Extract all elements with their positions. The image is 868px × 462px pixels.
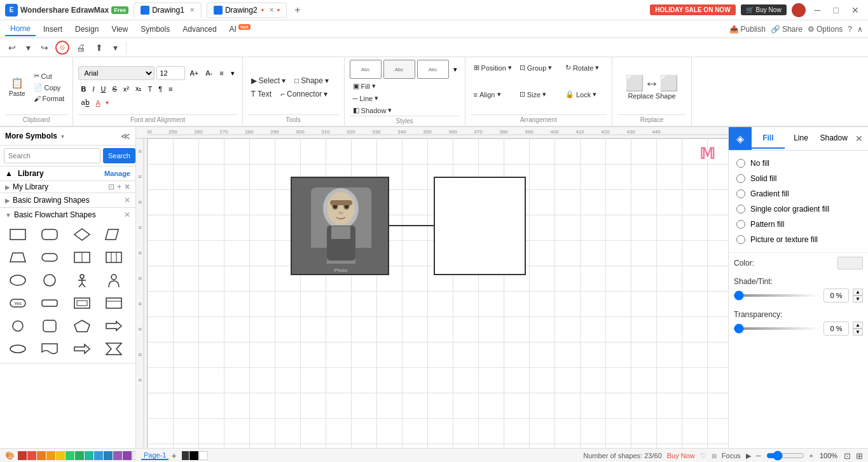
tab-close-drawing1[interactable]: ✕: [189, 6, 195, 13]
my-library-item[interactable]: ▶ My Library ⊡ + ✕: [0, 181, 135, 193]
underline-button[interactable]: U: [98, 84, 108, 94]
shape-split-rect[interactable]: [69, 247, 95, 268]
focus-button[interactable]: Focus: [722, 452, 741, 459]
collapse-panel-button[interactable]: ≪: [121, 131, 130, 141]
color-chip-10[interactable]: [104, 451, 113, 460]
style-sample-1[interactable]: Abc: [350, 60, 382, 79]
basic-drawing-close[interactable]: ✕: [124, 196, 130, 205]
font-size-input[interactable]: [156, 66, 185, 80]
more-styles-button[interactable]: ▾: [451, 64, 460, 75]
color-chip-5[interactable]: [56, 451, 65, 460]
shade-tint-slider[interactable]: [734, 294, 820, 297]
add-page-button[interactable]: +: [171, 451, 176, 461]
align-button[interactable]: ≡ Align ▾: [471, 89, 515, 100]
shape-ellipse[interactable]: [5, 270, 31, 290]
my-library-add-folder[interactable]: ⊡: [108, 182, 114, 191]
export-dropdown-button[interactable]: ▾: [110, 41, 121, 55]
color-swatch[interactable]: [837, 257, 863, 269]
shade-tint-input[interactable]: [823, 289, 849, 302]
options-button[interactable]: ⚙ Options: [808, 25, 843, 34]
menu-advanced[interactable]: Advanced: [177, 23, 221, 36]
line-tab[interactable]: Line: [785, 128, 818, 149]
menu-design[interactable]: Design: [70, 23, 104, 36]
basic-flowchart-header[interactable]: ▼ Basic Flowchart Shapes ✕: [0, 208, 135, 222]
shape-person-head[interactable]: [101, 270, 127, 290]
basic-flowchart-close[interactable]: ✕: [124, 210, 130, 219]
library-header[interactable]: ▲ Library Manage: [5, 169, 130, 178]
font-color-button[interactable]: A: [93, 98, 103, 108]
undo-dropdown-button[interactable]: ▾: [23, 41, 34, 55]
holiday-sale-button[interactable]: HOLIDAY SALE ON NOW: [650, 4, 735, 15]
transparency-decrement-button[interactable]: ▼: [853, 329, 863, 336]
single-gradient-radio[interactable]: [736, 205, 745, 214]
print-button[interactable]: 🖨: [73, 41, 88, 55]
fit-page-button[interactable]: ⊡: [844, 451, 851, 461]
picture-fill-option[interactable]: Picture or texture fill: [734, 232, 863, 247]
export-button[interactable]: ⬆: [92, 41, 106, 55]
menu-view[interactable]: View: [106, 23, 133, 36]
shape-pentagon[interactable]: [69, 316, 95, 336]
font-size-increase-button[interactable]: A+: [187, 68, 201, 78]
menu-insert[interactable]: Insert: [38, 23, 67, 36]
redo-button[interactable]: ↪: [38, 41, 52, 55]
font-size-decrease-button[interactable]: A-: [203, 68, 215, 78]
format-more-button[interactable]: ab̲: [78, 97, 92, 108]
transparency-input[interactable]: [823, 322, 849, 336]
tab-drawing1[interactable]: Drawing1 ✕: [134, 3, 202, 18]
no-fill-radio[interactable]: [736, 159, 745, 168]
replace-shape-button[interactable]: ⬜↔⬜ Replace Shape: [617, 69, 686, 105]
shape-tool-button[interactable]: □ Shape ▾: [291, 75, 332, 86]
shape-partial-arrow[interactable]: [69, 339, 95, 359]
strikethrough-button[interactable]: S: [109, 84, 119, 94]
subscript-button[interactable]: x₂: [133, 83, 144, 94]
paragraph-align-button[interactable]: ≡: [217, 68, 226, 78]
shape-rounded-wide[interactable]: [37, 293, 62, 313]
search-input[interactable]: [4, 148, 100, 163]
collapse-ribbon-button[interactable]: ∧: [857, 25, 863, 34]
pattern-fill-option[interactable]: Pattern fill: [734, 217, 863, 232]
zoom-out-button[interactable]: ─: [756, 452, 761, 459]
shape-inner-rect[interactable]: [69, 293, 95, 313]
shape-stadium[interactable]: [37, 247, 62, 268]
shape-arrow-right[interactable]: [101, 316, 127, 336]
shape-columns[interactable]: [101, 293, 127, 313]
connected-shape[interactable]: [434, 177, 526, 275]
color-chip-2[interactable]: [27, 451, 36, 460]
no-fill-option[interactable]: No fill: [734, 156, 863, 171]
style-sample-2[interactable]: Abc: [383, 60, 415, 79]
fill-tab[interactable]: Fill: [752, 128, 785, 149]
maximize-button[interactable]: □: [830, 4, 843, 17]
color-chip-12[interactable]: [123, 451, 132, 460]
new-tab-button[interactable]: +: [292, 4, 303, 16]
copy-button[interactable]: 📄 Copy: [31, 82, 68, 93]
shadow-button[interactable]: ◧ Shadow ▾: [350, 105, 460, 116]
connector-line[interactable]: [389, 225, 434, 226]
zoom-in-button[interactable]: +: [809, 452, 813, 459]
more-symbols-label[interactable]: More Symbols: [5, 132, 57, 140]
transparency-slider[interactable]: [734, 327, 820, 330]
kennedy-image-shape[interactable]: Photo: [291, 177, 389, 275]
line-button[interactable]: ─ Line ▾: [350, 93, 460, 104]
picture-fill-radio[interactable]: [736, 235, 745, 244]
color-chip-3[interactable]: [37, 451, 46, 460]
color-chip-20[interactable]: [199, 451, 208, 460]
format-painter-button[interactable]: 🖌 Format: [31, 93, 68, 104]
menu-ai[interactable]: AI hot: [224, 22, 256, 36]
search-button[interactable]: Search: [103, 148, 135, 163]
shape-rounded-rect[interactable]: [37, 224, 62, 245]
menu-home[interactable]: Home: [5, 22, 36, 36]
color-chip-8[interactable]: [85, 451, 93, 460]
connector-tool-button[interactable]: ⌐ Connector ▾: [277, 88, 331, 100]
page-tab-page1[interactable]: Page-1: [141, 451, 169, 460]
lock-button[interactable]: 🔒 Lock ▾: [562, 89, 607, 100]
shape-person[interactable]: [69, 270, 95, 290]
shape-circle[interactable]: [37, 270, 62, 290]
group-button[interactable]: ⊡ Group ▾: [516, 62, 561, 73]
play-button[interactable]: ▶: [746, 452, 751, 460]
publish-button[interactable]: 📤 Publish: [729, 25, 766, 34]
select-tool-button[interactable]: ▶ Select ▾: [248, 75, 289, 86]
close-button[interactable]: ✕: [848, 4, 863, 17]
share-button[interactable]: 🔗 Share: [771, 25, 803, 34]
close-right-panel-button[interactable]: ✕: [850, 128, 868, 149]
solid-fill-option[interactable]: Solid fill: [734, 171, 863, 186]
